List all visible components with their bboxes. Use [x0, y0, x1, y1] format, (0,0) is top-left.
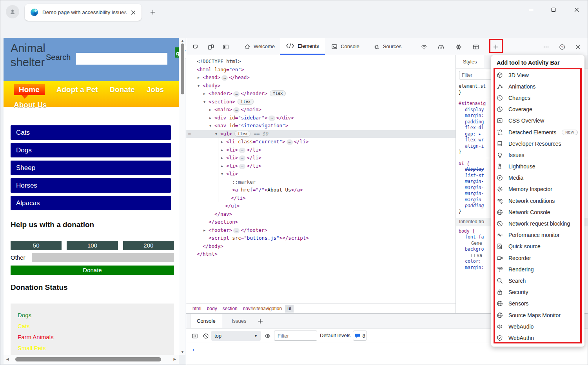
- expand-arrow-icon[interactable]: ▶: [209, 114, 214, 122]
- menu-item-source-maps-monitor[interactable]: Source Maps Monitor: [491, 309, 584, 321]
- collapsed-content-icon[interactable]: …: [239, 148, 245, 153]
- status-item-small-pets[interactable]: Small Pets: [18, 343, 174, 354]
- scroll-left-arrow[interactable]: ◀: [4, 355, 11, 364]
- category-button-cats[interactable]: Cats: [11, 125, 171, 140]
- window-close-button[interactable]: [568, 3, 585, 17]
- category-button-sheep[interactable]: Sheep: [11, 161, 171, 175]
- menu-item-security[interactable]: Security: [491, 287, 584, 298]
- menu-item-network-request-blocking[interactable]: Network request blocking: [491, 218, 584, 229]
- page-vertical-scrollbar[interactable]: ▲ ▼: [179, 38, 185, 355]
- drawer-tab-console[interactable]: Console: [190, 314, 222, 328]
- dom-tree-row[interactable]: ▼<li>: [186, 170, 456, 178]
- menu-item-quick-source[interactable]: Quick source: [491, 241, 584, 252]
- performance-gauge-button[interactable]: [436, 42, 446, 52]
- flex-badge[interactable]: flex: [270, 90, 286, 96]
- browser-tab[interactable]: Demo page with accessibility issues: [25, 4, 142, 21]
- dom-tree-row[interactable]: ▶<li>…</li>: [186, 162, 456, 170]
- devtools-tab-elements[interactable]: Elements: [280, 38, 325, 55]
- expand-arrow-icon[interactable]: ▶: [221, 146, 226, 154]
- expand-arrow-icon[interactable]: ▶: [203, 226, 209, 235]
- clear-console-icon[interactable]: [202, 332, 210, 340]
- breadcrumb-item-section[interactable]: section: [220, 305, 240, 313]
- new-tab-button[interactable]: [148, 7, 158, 17]
- menu-item-css-overview[interactable]: CSS Overview: [491, 115, 584, 126]
- category-button-dogs[interactable]: Dogs: [11, 143, 171, 157]
- engine-chip-button[interactable]: [454, 42, 464, 52]
- devtools-tab-welcome[interactable]: Welcome: [240, 38, 279, 55]
- scroll-up-arrow[interactable]: ▲: [179, 38, 186, 43]
- menu-item-recorder[interactable]: Recorder: [491, 252, 584, 264]
- expand-arrow-icon[interactable]: ▶: [203, 90, 209, 98]
- checkbox[interactable]: [471, 254, 475, 257]
- status-item-cats[interactable]: Cats: [18, 321, 174, 332]
- execution-context-icon[interactable]: [191, 332, 199, 340]
- dom-tree-row[interactable]: ▼<section>flex: [186, 98, 456, 106]
- status-item-dogs[interactable]: Dogs: [18, 310, 174, 321]
- dom-tree-row[interactable]: </html>: [186, 250, 456, 258]
- menu-item-network-console[interactable]: Network Console: [491, 206, 584, 218]
- menu-item-lighthouse[interactable]: Lighthouse: [491, 161, 584, 172]
- menu-item-network-conditions[interactable]: Network conditions: [491, 195, 584, 206]
- collapsed-content-icon[interactable]: …: [269, 116, 275, 121]
- dom-tree-row[interactable]: ▼<body>: [186, 82, 456, 90]
- breadcrumb-item-ul[interactable]: ul: [285, 305, 293, 313]
- dom-tree-row[interactable]: ⋯▼<ul>flex== $0: [186, 130, 456, 138]
- amount-button-200[interactable]: 200: [123, 241, 174, 250]
- expand-arrow-icon[interactable]: ▼: [209, 122, 214, 130]
- scroll-right-arrow[interactable]: ▶: [172, 355, 178, 364]
- flex-badge[interactable]: flex: [234, 131, 250, 137]
- close-devtools-button[interactable]: [573, 42, 583, 52]
- breadcrumb-item-html[interactable]: html: [190, 305, 204, 313]
- page-horizontal-scrollbar[interactable]: ◀ ▶: [4, 355, 179, 364]
- menu-item-detached-elements[interactable]: Detached ElementsNEW: [491, 126, 584, 138]
- menu-item-search[interactable]: Search: [491, 275, 584, 286]
- dom-tree-row[interactable]: ▶<main>…</main>: [186, 106, 456, 114]
- expand-arrow-icon[interactable]: ▼: [198, 82, 203, 90]
- expand-arrow-icon[interactable]: ▼: [221, 170, 226, 178]
- default-levels-dropdown[interactable]: Default levels▼: [320, 332, 356, 338]
- expand-arrow-icon[interactable]: ▶: [221, 154, 226, 162]
- nav-item-adopt-a-pet[interactable]: Adopt a Pet: [56, 85, 98, 94]
- console-messages-badge[interactable]: 8: [353, 331, 367, 341]
- dom-tree-row[interactable]: <!DOCTYPE html>: [186, 58, 456, 66]
- dom-tree-row[interactable]: <script src="buttons.js"></script>: [186, 234, 456, 242]
- dom-tree-row[interactable]: </nav>: [186, 210, 456, 219]
- devtools-tab-console[interactable]: Console: [327, 38, 363, 55]
- add-tool-plus-button[interactable]: [491, 42, 501, 52]
- nav-item-jobs[interactable]: Jobs: [147, 85, 164, 94]
- menu-item-webauthn[interactable]: WebAuthn: [491, 332, 584, 343]
- expand-arrow-icon[interactable]: ▶: [221, 138, 226, 146]
- dom-tree-row[interactable]: </section>: [186, 218, 456, 226]
- collapsed-content-icon[interactable]: …: [287, 139, 293, 145]
- status-item-farm-animals[interactable]: Farm Animals: [18, 332, 174, 343]
- devtools-tab-sources[interactable]: Sources: [369, 38, 406, 55]
- collapsed-content-icon[interactable]: …: [233, 228, 240, 233]
- profile-avatar[interactable]: [6, 5, 19, 18]
- dom-tree-row[interactable]: ▶<li>…</li>: [186, 154, 456, 162]
- network-conditions-button[interactable]: [419, 42, 429, 52]
- scroll-down-arrow[interactable]: ▼: [179, 349, 186, 355]
- window-maximize-button[interactable]: [545, 3, 562, 17]
- dom-tree-row[interactable]: ▶<head>…</head>: [186, 74, 456, 82]
- more-options-button[interactable]: [541, 42, 551, 52]
- menu-item-rendering[interactable]: Rendering: [491, 264, 584, 275]
- donate-button[interactable]: Donate: [11, 266, 174, 275]
- window-minimize-button[interactable]: [523, 3, 540, 17]
- expand-arrow-icon[interactable]: ▶: [198, 74, 203, 82]
- amount-button-50[interactable]: 50: [11, 241, 62, 250]
- collapsed-content-icon[interactable]: …: [233, 91, 240, 97]
- styles-tab-styles[interactable]: Styles: [456, 55, 484, 68]
- category-button-alpacas[interactable]: Alpacas: [11, 196, 171, 210]
- menu-item-issues[interactable]: Issues: [491, 149, 584, 161]
- breadcrumb-item-nav-sitenavigation[interactable]: nav#sitenavigation: [241, 305, 284, 313]
- dom-tree-row[interactable]: ▶<footer>…</footer>: [186, 226, 456, 235]
- nav-item-donate[interactable]: Donate: [109, 85, 134, 94]
- console-prompt-chevron[interactable]: ›: [192, 347, 194, 353]
- context-selector[interactable]: top▼: [211, 331, 261, 341]
- eye-icon[interactable]: [264, 332, 272, 340]
- menu-item-3d-view[interactable]: 3D View: [491, 69, 584, 81]
- menu-item-coverage[interactable]: Coverage: [491, 104, 584, 115]
- dom-tree-row[interactable]: <a href="/">About Us</a>: [186, 186, 456, 194]
- collapsed-content-icon[interactable]: …: [221, 75, 228, 81]
- horizontal-scroll-thumb[interactable]: [15, 357, 161, 361]
